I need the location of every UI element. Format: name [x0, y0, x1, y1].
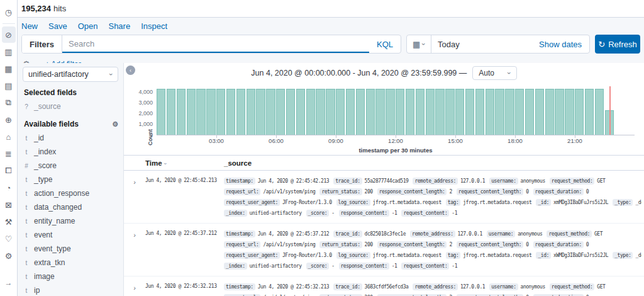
field-key-chip: trace_id:: [333, 178, 362, 185]
histogram-bar: [396, 89, 404, 135]
nav-recent[interactable]: ◷: [2, 4, 16, 20]
fields-settings-gear-icon[interactable]: ⚙: [112, 120, 118, 128]
field-key-chip: request_content:: [401, 263, 449, 270]
histogram-bar: [286, 89, 295, 135]
fields-sidebar: unified-artifactory › Selected fields ?_…: [18, 63, 123, 296]
field-value: unified-artifactory: [250, 210, 302, 216]
refresh-button[interactable]: ↻ Refresh: [595, 35, 640, 54]
field-key-chip: tag:: [446, 199, 460, 206]
nav-monitoring[interactable]: ♡: [2, 231, 16, 247]
row-time: Jun 4, 2020 @ 22:45:37.212: [145, 229, 224, 271]
expand-row-button[interactable]: ›: [133, 284, 136, 292]
nav-logs[interactable]: ≣: [2, 145, 16, 162]
field-key-chip: _type:: [613, 252, 633, 259]
nav-machine-learning[interactable]: ⊕: [2, 111, 16, 128]
field-key-chip: request_duration:: [533, 188, 584, 195]
show-dates-button[interactable]: Show dates: [539, 40, 589, 49]
field-value: -: [331, 263, 334, 269]
nav-management[interactable]: ⚙: [2, 248, 16, 264]
field-ip[interactable]: tip: [23, 283, 118, 296]
field-value: Jun 4, 2020 @ 22:45:32.213: [258, 284, 330, 290]
field-_type[interactable]: t_type: [23, 173, 118, 186]
index-pattern-select[interactable]: unified-artifactory ›: [23, 67, 118, 82]
field-type-icon: t: [24, 218, 29, 225]
histogram-section: ‹ Jun 4, 2020 @ 00:00:00.000 - Jun 4, 20…: [124, 63, 644, 156]
filters-button[interactable]: Filters: [22, 35, 62, 53]
content-area: unified-artifactory › Selected fields ?_…: [18, 63, 644, 296]
field-image[interactable]: timage: [23, 270, 118, 283]
date-range-value[interactable]: Today: [431, 40, 539, 49]
y-tick-label: 1,000: [125, 121, 153, 127]
documents-table: Time› _source ›Jun 4, 2020 @ 22:45:42.21…: [124, 156, 644, 296]
topnav-new[interactable]: New: [21, 21, 38, 31]
field-data_changed[interactable]: tdata_changed: [23, 200, 118, 214]
topnav-inspect[interactable]: Inspect: [141, 21, 167, 31]
field-key-chip: username:: [487, 231, 515, 237]
nav-uptime[interactable]: ◔: [2, 179, 16, 196]
search-input[interactable]: [62, 35, 369, 53]
expand-row-button[interactable]: ›: [133, 178, 136, 186]
x-tick-label: 21:00: [567, 137, 582, 144]
source-line: request_url:/api/v1/system/pingreturn_st…: [224, 292, 641, 296]
topnav-share[interactable]: Share: [108, 21, 130, 31]
nav-canvas[interactable]: ▤: [2, 77, 16, 94]
nav-apm[interactable]: ⧠: [2, 162, 16, 179]
field-event_type[interactable]: tevent_type: [23, 242, 118, 256]
nav-siem[interactable]: ⊠: [2, 196, 16, 213]
calendar-dropdown[interactable]: ▦ ›: [407, 35, 431, 53]
dev-tools-icon: ⚒: [5, 217, 13, 227]
field-key-chip: _id:: [536, 199, 550, 206]
histogram-bar: [535, 89, 544, 135]
field-key-chip: remote_address:: [413, 283, 458, 290]
field-value: xWMDg3IBaDFuJrs5i2JL: [553, 253, 608, 258]
nav-dashboard[interactable]: ▦: [2, 60, 16, 77]
field-value: _doc: [635, 200, 641, 205]
field-_source[interactable]: ?_source: [23, 100, 118, 113]
field-value: Jun 4, 2020 @ 22:45:42.213: [258, 178, 330, 184]
histogram-bar: [216, 89, 225, 135]
histogram-plot[interactable]: Count timestamp per 30 minutes 01,0002,0…: [157, 88, 635, 135]
field-value: xmMDg3IBaDFuJrs5i2JL: [553, 200, 608, 205]
field-_id[interactable]: t_id: [23, 131, 118, 145]
nav-visualize[interactable]: ▥: [2, 43, 16, 60]
field-key-chip: return_status:: [319, 241, 362, 248]
field-type-icon: t: [24, 287, 29, 294]
topnav-save[interactable]: Save: [48, 21, 67, 31]
field-_score[interactable]: #_score: [23, 159, 118, 173]
field-value: jfrog.rt.metadata.request: [373, 200, 441, 205]
visualize-icon: ▥: [4, 47, 12, 57]
nav-dev-tools[interactable]: ⚒: [2, 213, 16, 230]
field-name: _type: [34, 175, 52, 184]
time-range-title: Jun 4, 2020 @ 00:00:00.000 - Jun 4, 2020…: [251, 69, 467, 77]
field-key-chip: trace_id:: [333, 283, 362, 290]
topnav-open[interactable]: Open: [78, 21, 98, 31]
nav-discover[interactable]: ⊘: [2, 26, 16, 43]
field-entity_name[interactable]: tentity_name: [23, 214, 118, 228]
kql-button[interactable]: KQL: [369, 35, 401, 53]
field-type-icon: t: [24, 149, 29, 156]
expand-row-button[interactable]: ›: [133, 231, 136, 239]
field-_index[interactable]: t_index: [23, 145, 118, 159]
nav-maps[interactable]: ⧉: [2, 94, 16, 111]
collapse-rail-icon[interactable]: →: [2, 275, 16, 291]
calendar-icon: ▦: [413, 40, 420, 49]
discover-icon: ⊘: [5, 30, 12, 40]
field-value: 55a2877744cad519: [365, 178, 409, 184]
x-tick-label: 06:00: [269, 137, 284, 144]
sort-arrow-icon: ›: [162, 163, 168, 165]
field-value: unified-artifactory: [250, 263, 302, 269]
nav-metrics[interactable]: ⌂: [2, 128, 16, 145]
field-extra_tkn[interactable]: textra_tkn: [23, 256, 118, 270]
field-value: 0: [586, 189, 589, 195]
field-value: anonymous: [521, 178, 545, 184]
field-key-chip: username:: [489, 283, 518, 290]
field-value: jfrog.rt.metadata.request: [373, 253, 441, 258]
recent-icon: ◷: [5, 8, 12, 17]
field-event[interactable]: tevent: [23, 228, 118, 242]
chevron-down-icon: ›: [420, 43, 428, 45]
histogram-bar: [157, 89, 165, 135]
dashboard-icon: ▦: [4, 64, 12, 74]
field-action_response[interactable]: taction_response: [23, 186, 118, 200]
field-key-chip: remote_address:: [413, 178, 458, 185]
interval-select[interactable]: Auto ›: [472, 66, 516, 80]
